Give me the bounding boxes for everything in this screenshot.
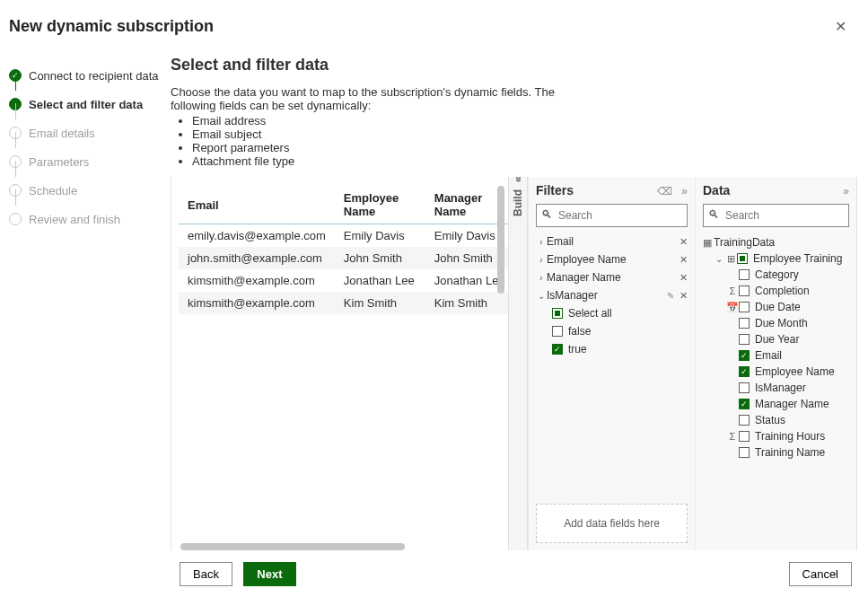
filters-drop-zone[interactable]: Add data fields here [536,504,688,543]
step-connect-to-recipient-data[interactable]: Connect to recipient data [9,61,160,90]
dialog-footer: Back Next Cancel [0,550,868,597]
caret-icon: › [536,273,547,283]
remove-filter-icon[interactable]: ✕ [679,254,688,265]
back-button[interactable]: Back [180,562,232,586]
filters-title: Filters [536,183,574,198]
close-icon[interactable]: ✕ [831,14,850,39]
chevron-right-icon[interactable]: » [843,185,849,198]
tree-dataset[interactable]: ▦TrainingData [701,234,851,250]
step-parameters[interactable]: Parameters [9,147,160,176]
checkbox-icon [737,253,748,264]
filter-option[interactable]: false [532,322,691,340]
column-header[interactable]: Employee Name [335,184,425,224]
filter-name: Employee Name [547,253,627,266]
field-name: Employee Name [755,365,835,378]
filter-option[interactable]: ✓true [532,340,691,358]
checkbox-icon: ✓ [739,350,750,361]
filter-field[interactable]: ⌄IsManager✎✕ [532,286,691,304]
table-cell: emily.davis@example.com [179,224,335,248]
table-row[interactable]: kimsmith@example.comJonathan LeeJonathan… [179,269,508,292]
data-panel: Data » 🔍︎ ▦TrainingData⌄⊞Employee Traini… [695,177,856,550]
column-header[interactable]: Email [179,184,335,224]
step-label: Select and filter data [29,98,143,111]
filters-header: Filters ⌫ » [529,177,695,200]
filters-search-input[interactable] [536,204,688,227]
step-email-details[interactable]: Email details [9,119,160,147]
table-row[interactable]: emily.davis@example.comEmily DavisEmily … [179,224,508,248]
step-select-and-filter-data[interactable]: Select and filter data [9,90,160,119]
field-name: Category [755,268,799,281]
step-review-and-finish[interactable]: Review and finish [9,205,160,233]
tree-field[interactable]: ✓Employee Name [701,364,851,380]
filter-field[interactable]: ›Employee Name✕ [532,250,691,268]
data-field-tree: ▦TrainingData⌄⊞Employee TrainingCategory… [696,231,856,464]
bullet-item: Email address [192,114,857,127]
field-name: Due Month [755,317,808,329]
tree-field[interactable]: 📅Due Date [701,299,851,315]
filter-option[interactable]: Select all [532,304,691,322]
bullet-item: Attachment file type [192,154,857,168]
remove-filter-icon[interactable]: ✕ [679,290,688,301]
tree-field[interactable]: Due Month [701,315,851,331]
table-row[interactable]: kimsmith@example.comKim SmithKim Smith [179,292,508,314]
filters-search: 🔍︎ [536,204,688,227]
remove-filter-icon[interactable]: ✕ [679,236,688,247]
table-name: Employee Training [753,252,842,265]
field-name: Manager Name [755,398,829,410]
tree-field[interactable]: ΣTraining Hours [701,428,851,444]
caret-icon: › [536,255,547,265]
filters-eraser-icon[interactable]: ⌫ [657,185,672,198]
next-button[interactable]: Next [243,562,295,586]
column-header[interactable]: Manager Name [425,184,508,224]
tree-field[interactable]: ✓Manager Name [701,396,851,412]
checkbox-icon: ✓ [739,366,750,377]
table-cell: kimsmith@example.com [179,292,335,314]
edit-icon[interactable]: ✎ [667,291,674,301]
field-name: Email [755,349,782,362]
filters-list: ›Email✕›Employee Name✕›Manager Name✕⌄IsM… [529,231,695,360]
field-name: Training Name [755,446,825,459]
filter-field[interactable]: ›Manager Name✕ [532,268,691,286]
tree-field[interactable]: ΣCompletion [701,283,851,299]
dialog-title: New dynamic subscription [9,17,214,36]
filter-option-label: true [568,343,587,356]
checkbox-icon [739,447,750,458]
field-type-icon: Σ [726,285,739,296]
field-type-icon: 📅 [726,302,739,313]
tree-field[interactable]: Training Name [701,444,851,461]
checkbox-icon [739,431,750,442]
checkbox-icon [739,269,750,280]
cancel-button[interactable]: Cancel [789,562,852,586]
data-search-input[interactable] [703,204,849,227]
checkbox-icon [739,318,750,329]
build-pane-toggle[interactable]: « Build [508,177,528,550]
checkbox-icon [552,326,563,337]
step-dot-icon [9,213,22,225]
field-name: Due Date [755,301,801,313]
table-row[interactable]: john.smith@example.comJohn SmithJohn Smi… [179,247,508,269]
tree-field[interactable]: Due Year [701,331,851,347]
main-content: Select and filter data Choose the data y… [160,50,868,550]
bullet-item: Report parameters [192,141,857,154]
chevron-right-icon[interactable]: » [681,185,688,198]
tree-field[interactable]: IsManager [701,380,851,396]
field-type-icon: Σ [726,431,739,442]
data-grid-wrap: EmailEmployee NameManager Name emily.dav… [171,177,508,550]
filter-name: IsManager [547,289,598,302]
checkbox-icon: ✓ [739,399,750,409]
step-label: Review and finish [29,213,120,226]
chevron-left-icon: « [512,177,524,182]
checkbox-icon [739,334,750,345]
bullet-item: Email subject [192,127,857,141]
step-schedule[interactable]: Schedule [9,176,160,205]
remove-filter-icon[interactable]: ✕ [679,272,688,283]
tree-field[interactable]: ✓Email [701,347,851,364]
tree-table[interactable]: ⌄⊞Employee Training [701,250,851,267]
dynamic-fields-list: Email addressEmail subjectReport paramet… [181,114,857,168]
tree-field[interactable]: Category [701,267,851,283]
tree-field[interactable]: Status [701,412,851,428]
filter-field[interactable]: ›Email✕ [532,233,691,250]
grid-scrollbar-horizontal[interactable] [180,543,405,550]
grid-scrollbar-vertical[interactable] [497,186,504,294]
checkbox-icon [739,382,750,393]
